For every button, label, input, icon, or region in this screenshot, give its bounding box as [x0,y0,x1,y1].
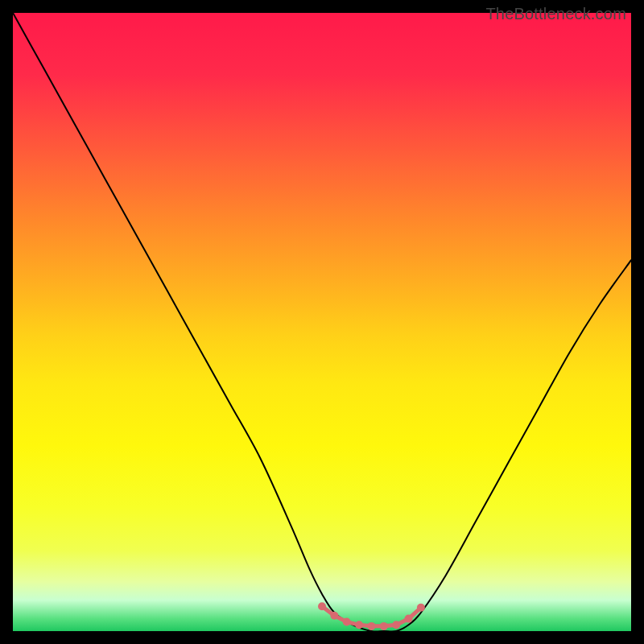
watermark-text: TheBottleneck.com [485,5,626,23]
plot-area [13,13,631,631]
